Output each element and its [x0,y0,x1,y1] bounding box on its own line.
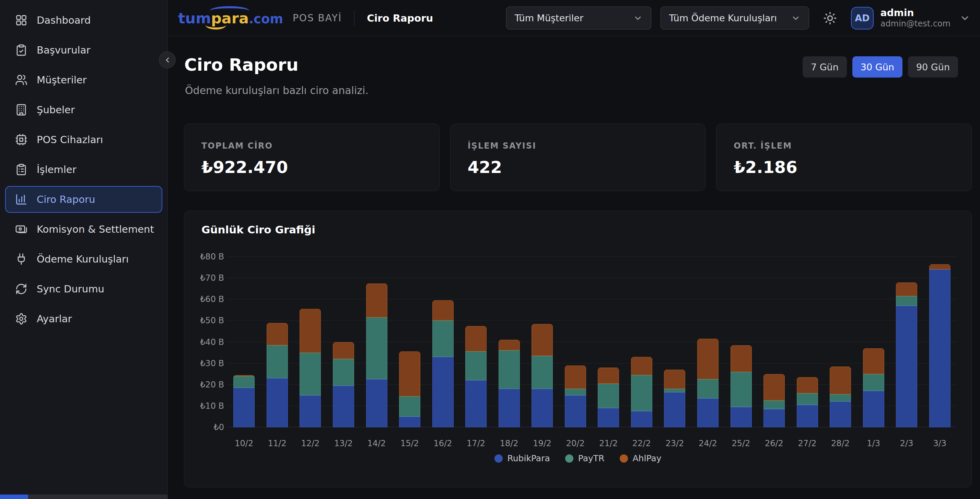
x-axis-label: 18/2 [492,438,526,448]
x-axis-label: 3/3 [923,438,957,448]
chart-bar-22-2[interactable] [631,357,652,427]
daily-revenue-chart-card: Günlük Ciro Grafiği ₺0₺10 B₺20 B₺30 B₺40… [184,211,972,487]
chevron-left-icon [163,56,172,64]
chart-bar-20-2[interactable] [565,365,586,427]
bar-segment-paytr [531,356,553,389]
page-subtitle: Ödeme kuruluşları bazlı ciro analizi. [185,84,369,96]
sidebar-item-label: Şubeler [37,104,75,116]
period-button-30-g-n[interactable]: 30 Gün [852,56,902,78]
chart-bar-12-2[interactable] [299,309,321,427]
y-axis-label: ₺50 B [200,316,224,325]
chart-bar-17-2[interactable] [465,326,487,427]
bar-segment-ahlpay [531,324,553,356]
bar-segment-paytr [664,389,685,392]
top-header: tumpara.com POS BAYİ Ciro Raporu Tüm Müş… [168,0,980,37]
theme-toggle-button[interactable] [823,11,837,25]
sidebar-item-dashboard[interactable]: Dashboard [5,7,162,33]
gridline [228,299,956,299]
bar-segment-paytr [333,359,354,386]
sidebar-item-i-lemler[interactable]: İşlemler [5,156,162,183]
chart-bar-1-3[interactable] [863,348,884,427]
chart-bar-13-2[interactable] [333,342,354,427]
sidebar-item-sync-durumu[interactable]: Sync Durumu [5,276,162,302]
y-axis-label: ₺70 B [200,273,224,283]
sidebar-item-ciro-raporu[interactable]: Ciro Raporu [5,186,162,213]
plug-icon [15,253,27,265]
stat-card-toplam-ci-ro: TOPLAM CİRO₺922.470 [184,124,439,191]
legend-item-paytr[interactable]: PayTR [565,453,605,463]
sidebar-horizontal-scrollbar[interactable] [0,494,167,499]
sidebar-item-label: Ayarlar [37,313,72,325]
bar-segment-rubikpara [598,408,619,427]
chart-bar-19-2[interactable] [531,324,553,427]
chart-bar-3-3[interactable] [929,264,950,427]
user-menu[interactable]: AD admin admin@test.com [851,7,970,30]
providers-filter-dropdown[interactable]: Tüm Ödeme Kuruluşları [660,6,809,30]
stat-label: ORT. İŞLEM [733,141,954,151]
sidebar-item-label: Komisyon & Settlement [37,223,154,235]
chart-bar-21-2[interactable] [598,368,619,427]
sidebar-item-label: Dashboard [37,14,91,26]
bar-segment-paytr [730,372,752,407]
chart-bar-27-2[interactable] [797,377,818,427]
sidebar-item-label: Başvurular [37,44,90,56]
bar-segment-ahlpay [399,351,420,396]
chart-bar-16-2[interactable] [432,300,453,427]
period-button-90-g-n[interactable]: 90 Gün [908,56,958,78]
sidebar-item-pos-cihazlar[interactable]: POS Cihazları [5,126,162,153]
clipboard-list-icon [15,163,27,176]
chart-bar-15-2[interactable] [399,351,420,427]
bar-segment-ahlpay [631,357,652,375]
sidebar-item-ubeler[interactable]: Şubeler [5,96,162,123]
header-divider [354,10,355,26]
chart-bar-11-2[interactable] [267,323,288,427]
bar-segment-ahlpay [432,300,453,320]
chart-y-axis: ₺0₺10 B₺20 B₺30 B₺40 B₺50 B₺60 B₺70 B₺80… [194,257,224,427]
x-axis-label: 26/2 [758,438,791,448]
logo[interactable]: tumpara.com [178,10,283,27]
sidebar-item-label: Sync Durumu [37,283,104,295]
sidebar-item-label: Ödeme Kuruluşları [37,253,129,265]
bar-segment-paytr [233,376,255,388]
scrollbar-thumb[interactable] [0,494,28,499]
period-button-7-g-n[interactable]: 7 Gün [803,56,847,78]
x-axis-label: 25/2 [724,438,758,448]
sidebar-item-m-teriler[interactable]: Müşteriler [5,67,162,93]
sidebar-item-ayarlar[interactable]: Ayarlar [5,305,162,332]
x-axis-label: 20/2 [559,438,592,448]
x-axis-label: 1/3 [857,438,890,448]
sidebar-item-ba-vurular[interactable]: Başvurular [5,37,162,64]
sidebar-item-label: Ciro Raporu [37,194,95,205]
bar-segment-ahlpay [565,365,586,389]
customers-filter-value: Tüm Müşteriler [515,13,583,23]
sidebar-item-komisyon-settlement[interactable]: Komisyon & Settlement [5,216,162,242]
chart-bar-2-3[interactable] [896,282,917,427]
x-axis-label: 16/2 [426,438,460,448]
bar-segment-ahlpay [730,345,752,372]
chart-bar-10-2[interactable] [233,375,255,427]
bar-segment-paytr [764,400,785,409]
x-axis-label: 22/2 [625,438,659,448]
stats-row: TOPLAM CİRO₺922.470İŞLEM SAYISI422ORT. İ… [184,124,972,191]
sidebar-collapse-button[interactable] [159,51,176,68]
avatar: AD [851,7,873,30]
sidebar-item-deme-kurulu-lar[interactable]: Ödeme Kuruluşları [5,246,162,273]
chart-bar-14-2[interactable] [366,284,387,427]
bar-segment-ahlpay [499,340,520,351]
chart-bar-26-2[interactable] [764,374,785,427]
x-axis-label: 24/2 [691,438,725,448]
customers-filter-dropdown[interactable]: Tüm Müşteriler [506,6,651,30]
chart-bar-18-2[interactable] [499,340,520,427]
chart-bar-24-2[interactable] [697,339,719,427]
bar-segment-rubikpara [333,386,354,427]
chart-bar-23-2[interactable] [664,370,685,427]
bar-segment-ahlpay [764,374,785,401]
bar-segment-paytr [432,320,453,357]
legend-item-rubikpara[interactable]: RubikPara [495,453,550,463]
legend-dot [565,454,573,462]
y-axis-label: ₺0 [213,422,224,432]
chart-bar-28-2[interactable] [830,367,851,427]
legend-item-ahlpay[interactable]: AhlPay [620,453,662,463]
chart-bar-25-2[interactable] [730,345,752,427]
x-axis-label: 11/2 [261,438,294,448]
